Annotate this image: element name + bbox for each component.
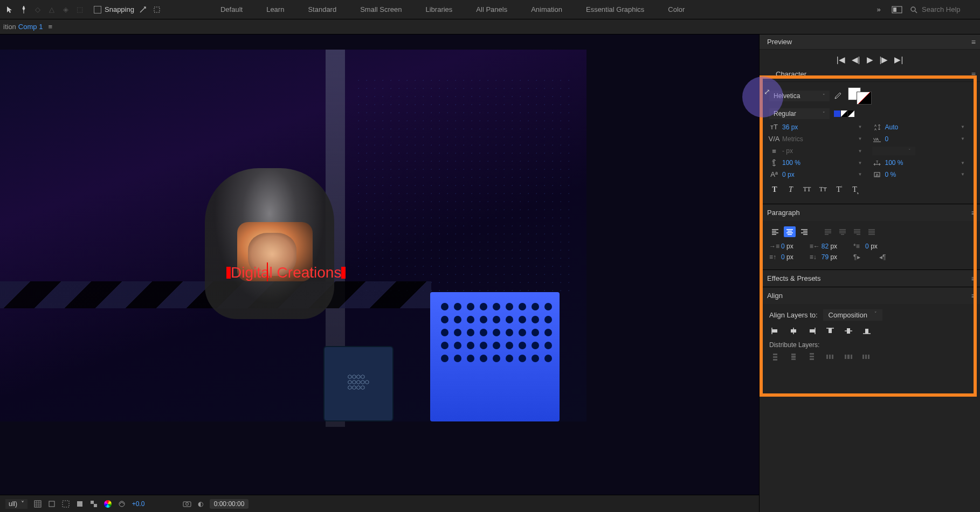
vscale-control[interactable]: T 100 % ▼ [769, 159, 868, 167]
align-panel-header[interactable]: Align ≡ [760, 287, 980, 304]
faux-bold-button[interactable]: T [769, 185, 780, 195]
stroke-style-control[interactable]: ˅ [872, 147, 971, 155]
text-handle-right[interactable] [341, 267, 346, 279]
dist-v-bottom-button[interactable] [806, 352, 818, 362]
faux-italic-button[interactable]: T [785, 185, 796, 195]
region-icon[interactable] [76, 500, 84, 508]
snap-option-1-icon[interactable] [137, 4, 148, 15]
dropdown-arrow-icon[interactable]: ▼ [961, 172, 965, 177]
kerning-control[interactable]: V/A Metrics ▼ [769, 135, 868, 143]
magnification-dropdown[interactable]: ull) ˅ [5, 499, 27, 509]
dropdown-arrow-icon[interactable]: ▼ [961, 124, 965, 129]
last-frame-icon[interactable]: ▶| [894, 55, 903, 65]
align-center-button[interactable] [784, 226, 796, 237]
justify-all-button[interactable] [866, 226, 878, 237]
workspace-default[interactable]: Default [209, 0, 254, 19]
font-family-dropdown[interactable]: Helvetica ˅ [769, 91, 830, 101]
preview-menu-icon[interactable]: ≡ [971, 38, 976, 46]
text-handle-left[interactable] [226, 267, 231, 279]
workspace-color[interactable]: Color [656, 0, 696, 19]
all-caps-button[interactable]: TT [802, 185, 812, 195]
baseline-control[interactable]: Aª 0 px ▼ [769, 170, 868, 178]
preview-panel-header[interactable]: Preview ≡ [760, 34, 980, 50]
align-v-center-button[interactable] [843, 326, 854, 336]
align-v-top-button[interactable] [824, 326, 836, 336]
snapping-toggle[interactable]: Snapping [94, 5, 134, 13]
snapping-checkbox[interactable] [94, 6, 101, 13]
eyedropper-icon[interactable] [834, 92, 844, 100]
hscale-control[interactable]: T 100 % ▼ [872, 159, 971, 167]
workspace-essential-graphics[interactable]: Essential Graphics [574, 0, 656, 19]
dist-v-top-button[interactable] [769, 352, 781, 362]
align-v-bottom-button[interactable] [861, 326, 873, 336]
color-management-icon[interactable] [104, 500, 112, 508]
snapshot-icon[interactable] [183, 501, 191, 507]
fill-stroke-swatches[interactable] [848, 87, 872, 105]
dropdown-arrow-icon[interactable]: ▼ [858, 124, 862, 129]
undock-panel-icon[interactable]: ⤢ [764, 87, 770, 96]
show-snapshot-icon[interactable]: ◐ [198, 500, 203, 508]
workspace-libraries[interactable]: Libraries [413, 0, 464, 19]
effects-panel-header[interactable]: Effects & Presets ≡ [760, 269, 980, 287]
next-frame-icon[interactable]: |▶ [880, 55, 888, 65]
tsume-control[interactable]: あ 0 % ▼ [872, 171, 971, 178]
space-before-control[interactable]: ≡↑0 px [769, 253, 793, 261]
dist-v-center-button[interactable] [788, 352, 799, 362]
dist-h-left-button[interactable] [824, 352, 836, 362]
align-to-dropdown[interactable]: Composition ˅ [823, 309, 882, 321]
workspace-learn[interactable]: Learn [254, 0, 296, 19]
tool-icon-6[interactable]: ⬚ [74, 4, 85, 15]
search-help[interactable] [910, 5, 976, 13]
color-strip[interactable] [834, 110, 854, 117]
comp-menu-icon[interactable]: ≡ [48, 23, 52, 31]
text-layer[interactable]: Digital Creations [226, 264, 346, 281]
comp-name[interactable]: Comp 1 [18, 23, 43, 31]
justify-last-right-button[interactable] [851, 226, 863, 237]
dist-h-center-button[interactable] [843, 352, 854, 362]
tool-icon-4[interactable]: △ [46, 4, 57, 15]
dropdown-arrow-icon[interactable]: ▼ [858, 172, 862, 177]
selection-tool-icon[interactable] [4, 4, 15, 15]
text-dir-rtl[interactable]: ◂¶ [879, 253, 889, 261]
exposure-value[interactable]: +0.0 [132, 500, 159, 508]
align-h-left-button[interactable] [769, 326, 781, 336]
workspace-small-screen[interactable]: Small Screen [348, 0, 413, 19]
dropdown-arrow-icon[interactable]: ▼ [858, 149, 862, 154]
timecode[interactable]: 0:00:00:00 [210, 499, 249, 509]
stroke-color-swatch[interactable] [857, 92, 872, 105]
small-caps-button[interactable]: Tᴛ [818, 185, 829, 195]
dropdown-arrow-icon[interactable]: ▼ [961, 161, 965, 165]
paragraph-menu-icon[interactable]: ≡ [971, 209, 976, 217]
align-h-center-button[interactable] [788, 326, 799, 336]
indent-right-control[interactable]: ≡←82 px [810, 243, 837, 250]
font-style-dropdown[interactable]: Regular ˅ [769, 108, 830, 119]
effects-menu-icon[interactable]: ≡ [971, 274, 976, 283]
dist-h-right-button[interactable] [861, 352, 873, 362]
guides-toggle-icon[interactable] [48, 500, 56, 508]
character-panel-header[interactable]: Character ≡ [760, 67, 980, 82]
align-left-button[interactable] [769, 226, 781, 237]
stroke-width-control[interactable]: ≡ - px ▼ [769, 147, 868, 155]
pin-icon[interactable] [18, 4, 29, 15]
first-frame-icon[interactable]: |◀ [837, 55, 845, 65]
stroke-style-dropdown[interactable]: ˅ [872, 147, 915, 155]
subscript-button[interactable]: T₁ [850, 185, 861, 195]
leading-control[interactable]: AA Auto ▼ [872, 123, 971, 131]
indent-left-control[interactable]: →≡0 px [769, 243, 793, 250]
overflow-icon[interactable]: » [873, 4, 884, 15]
mask-toggle-icon[interactable] [62, 500, 70, 508]
canvas-area[interactable]: ⬡⬡⬡⬡⬡⬡⬡⬡⬡⬡⬡⬡⬡ Digital Creations [0, 34, 759, 495]
justify-last-left-button[interactable] [822, 226, 834, 237]
workspace-animation[interactable]: Animation [519, 0, 574, 19]
dropdown-arrow-icon[interactable]: ▼ [961, 136, 965, 141]
workspace-all-panels[interactable]: All Panels [464, 0, 519, 19]
play-icon[interactable]: ▶ [867, 55, 873, 65]
text-content[interactable]: Digital Creations [231, 264, 341, 281]
text-dir-ltr[interactable]: ¶▸ [853, 253, 863, 261]
paragraph-panel-header[interactable]: Paragraph ≡ [760, 204, 980, 221]
tool-icon-3[interactable]: ◇ [32, 4, 43, 15]
tracking-control[interactable]: VA 0 ▼ [872, 135, 971, 143]
align-h-right-button[interactable] [806, 326, 818, 336]
justify-last-center-button[interactable] [837, 226, 848, 237]
dropdown-arrow-icon[interactable]: ▼ [858, 161, 862, 165]
